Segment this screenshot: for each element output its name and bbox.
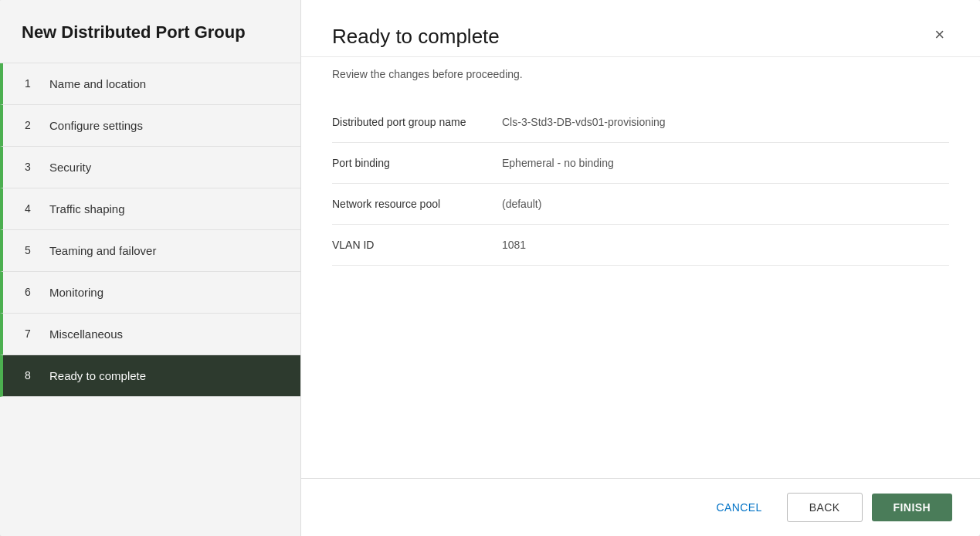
review-table: Distributed port group nameCls-3-Std3-DB… [332,102,949,266]
sidebar-step-1[interactable]: 1Name and location [0,63,300,105]
new-distributed-port-group-dialog: New Distributed Port Group 1Name and loc… [0,0,980,536]
review-row-0: Distributed port group nameCls-3-Std3-DB… [332,102,949,143]
sidebar-step-3[interactable]: 3Security [0,147,300,188]
content-body: Distributed port group nameCls-3-Std3-DB… [301,80,980,478]
step-label-8: Ready to complete [49,369,146,382]
sidebar-step-6[interactable]: 6Monitoring [0,272,300,314]
step-number-7: 7 [25,327,37,340]
close-button[interactable]: × [930,25,949,45]
sidebar-step-4[interactable]: 4Traffic shaping [0,188,300,230]
step-label-5: Teaming and failover [49,244,156,257]
content-title: Ready to complete [332,25,500,49]
content-subtitle: Review the changes before proceeding. [301,57,980,80]
sidebar-step-2[interactable]: 2Configure settings [0,105,300,147]
step-number-1: 1 [25,77,37,90]
sidebar-step-5[interactable]: 5Teaming and failover [0,230,300,272]
finish-button[interactable]: FINISH [872,494,952,521]
review-row-1: Port bindingEphemeral - no binding [332,143,949,184]
steps-list: 1Name and location2Configure settings3Se… [0,63,300,536]
review-value-0: Cls-3-Std3-DB-vds01-provisioning [502,102,949,143]
sidebar-step-7[interactable]: 7Miscellaneous [0,314,300,355]
step-number-6: 6 [25,286,37,298]
step-label-7: Miscellaneous [49,327,123,341]
step-number-5: 5 [25,244,37,256]
review-row-2: Network resource pool(default) [332,184,949,225]
review-row-3: VLAN ID1081 [332,225,949,266]
footer: CANCEL BACK FINISH [301,478,980,536]
dialog-title: New Distributed Port Group [0,0,300,63]
step-number-8: 8 [25,369,37,382]
step-label-4: Traffic shaping [49,202,125,215]
review-value-2: (default) [502,184,949,225]
step-label-3: Security [49,161,91,174]
review-label-1: Port binding [332,143,502,184]
step-label-2: Configure settings [49,119,143,132]
step-number-2: 2 [25,119,37,131]
cancel-button[interactable]: CANCEL [700,494,777,521]
step-number-3: 3 [25,161,37,173]
content-header: Ready to complete × [301,0,980,57]
review-value-1: Ephemeral - no binding [502,143,949,184]
review-value-3: 1081 [502,225,949,266]
main-content: Ready to complete × Review the changes b… [301,0,980,536]
review-label-2: Network resource pool [332,184,502,225]
review-label-0: Distributed port group name [332,102,502,143]
review-table-body: Distributed port group nameCls-3-Std3-DB… [332,102,949,266]
review-label-3: VLAN ID [332,225,502,266]
sidebar: New Distributed Port Group 1Name and loc… [0,0,301,536]
step-number-4: 4 [25,202,37,215]
back-button[interactable]: BACK [787,493,863,522]
step-label-6: Monitoring [49,286,103,299]
sidebar-step-8[interactable]: 8Ready to complete [0,355,300,397]
step-label-1: Name and location [49,77,146,90]
